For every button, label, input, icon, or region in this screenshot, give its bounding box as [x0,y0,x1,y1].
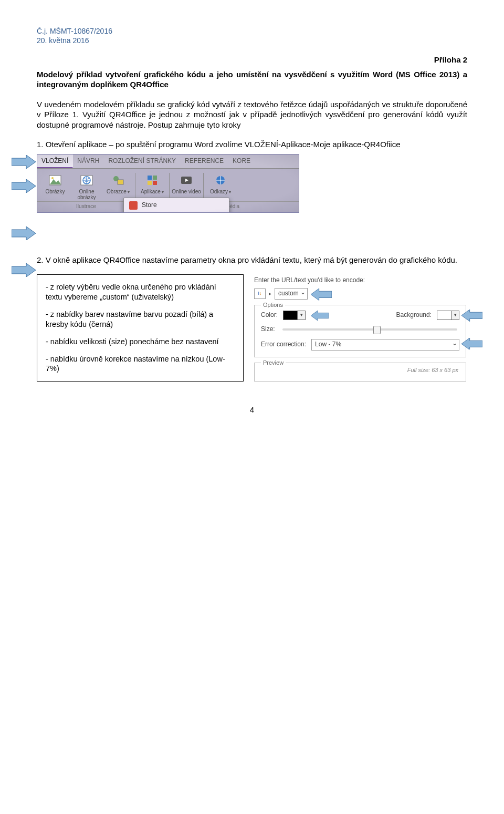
online-video-icon [179,173,194,188]
apps-dropdown: Store Moje aplikace ▸ Nedávno použité ap… [123,198,229,213]
shapes-icon [111,173,125,188]
btn-label: Obrazce▾ [107,189,130,195]
svg-marker-19 [311,311,329,321]
menu-label: Store [142,201,157,210]
callout-arrow-icon [461,310,482,320]
btn-label: Aplikace▾ [141,189,164,195]
lower-columns: - z rolety výběru vedle okna určeného pr… [37,274,467,388]
svg-point-6 [51,177,54,179]
chevron-down-icon: ▾ [452,311,459,320]
qr4office-panel: Enter the URL/text you'd like to encode:… [253,274,467,388]
size-row: Size: [261,325,459,334]
btn-online-video[interactable]: Online video [171,172,202,195]
svg-marker-2 [12,226,36,240]
svg-rect-10 [118,180,123,184]
svg-rect-12 [153,176,157,180]
tab-navrh[interactable]: NÁVRH [73,154,104,168]
tab-rozlozeni[interactable]: ROZLOŽENÍ STRÁNKY [104,154,181,168]
ribbon-tabs: VLOŽENÍ NÁVRH ROZLOŽENÍ STRÁNKY REFERENC… [37,154,299,169]
callout-arrow-icon [12,226,36,240]
error-row: Error correction: Low - 7% [261,339,459,351]
svg-marker-18 [311,288,332,301]
panel-prompt: Enter the URL/text you'd like to encode: [254,276,466,285]
menu-store[interactable]: Store [124,198,229,213]
btn-odkazy[interactable]: Odkazy▾ [205,172,236,196]
options-fieldset: Options Color: ▾ Background: ▾ Size: Err… [254,305,466,357]
doc-date: 20. května 2016 [37,36,467,45]
btn-label: Online obrázky [71,189,102,200]
btn-obrazce[interactable]: Obrazce▾ [102,172,134,196]
ribbon: VLOŽENÍ NÁVRH ROZLOŽENÍ STRÁNKY REFERENC… [37,154,299,213]
svg-rect-11 [148,176,152,180]
group-separator [203,173,204,200]
svg-marker-3 [12,263,36,277]
preview-fieldset: Preview Full size: 63 x 63 px [254,363,466,382]
callout-arrow-icon [12,155,36,169]
instr-3: - nabídku velikosti (size) ponecháme bez… [46,337,235,347]
callout-arrow-icon [311,311,329,320]
chevron-down-icon: ▾ [298,311,306,320]
group-separator [169,173,170,200]
page-number: 4 [37,405,467,415]
error-select[interactable]: Low - 7% [311,339,459,351]
attachment-label: Příloha 2 [37,55,467,65]
svg-marker-1 [12,179,36,193]
size-label: Size: [261,325,275,334]
tab-kore[interactable]: KORE [228,154,255,168]
btn-label: Odkazy▾ [210,189,231,195]
size-slider[interactable] [282,328,457,331]
callout-arrow-icon [12,179,36,193]
svg-marker-0 [12,155,36,169]
options-legend: Options [261,301,285,308]
select-value: custom [278,290,299,298]
svg-rect-14 [153,181,157,185]
instr-4: - nabídku úrovně korekce nastavíme na ní… [46,354,235,374]
doc-title: Modelový příklad vytvoření grafického kó… [37,69,467,90]
custom-select[interactable]: custom [275,288,308,300]
instr-2: - z nabídky barev nastavíme barvu pozadí… [46,310,235,329]
select-value: Low - 7% [315,341,341,349]
white-swatch [437,311,452,320]
background-picker[interactable]: ▾ [437,311,459,320]
store-icon [129,201,138,210]
btn-label: Online video [172,189,201,194]
btn-label: Obrázky [45,189,65,194]
btn-obrazky[interactable]: Obrázky [39,172,71,195]
slider-thumb[interactable] [373,326,381,334]
black-swatch [283,311,298,320]
color-picker[interactable]: ▾ [283,311,306,320]
word-ribbon-screenshot: VLOŽENÍ NÁVRH ROZLOŽENÍ STRÁNKY REFERENC… [37,154,299,213]
btn-online-obrazky[interactable]: Online obrázky [71,172,102,201]
group-separator [135,173,135,200]
tab-reference[interactable]: REFERENCE [181,154,228,168]
instr-1: - z rolety výběru vedle okna určeného pr… [46,282,235,302]
encode-row: I↓ ▸ custom [254,288,466,300]
callout-arrow-icon [12,263,36,277]
background-label: Background: [396,311,432,320]
online-pictures-icon [79,173,94,188]
svg-marker-20 [461,310,482,322]
callout-arrow-icon [461,338,482,348]
intro-paragraph: V uvedeném modelovém příkladu se grafick… [37,99,467,130]
svg-marker-21 [461,338,482,350]
step-1: 1. Otevření aplikace – po spuštění progr… [37,139,467,150]
apps-icon [145,173,160,188]
doc-header: Č.j. MŠMT-10867/2016 20. května 2016 [37,26,467,45]
btn-aplikace[interactable]: Aplikace▾ [136,172,168,196]
callout-arrow-icon [311,288,332,299]
instructions-box: - z rolety výběru vedle okna určeného pr… [37,274,244,382]
ribbon-buttons-row: Obrázky Online obrázky Obrazce▾ Aplikace… [37,169,299,201]
svg-rect-13 [148,181,152,185]
fullsize-label: Full size: 63 x 63 px [260,366,458,374]
pictures-icon [48,173,62,188]
error-label: Error correction: [261,341,306,349]
doc-ref: Č.j. MŠMT-10867/2016 [37,26,467,36]
color-row: Color: ▾ Background: ▾ [261,311,459,320]
chevron-right-icon: ▸ [269,290,271,297]
protocol-icon[interactable]: I↓ [254,288,266,299]
group-ilustrace: Ilustrace [37,202,135,212]
tab-vlozeni[interactable]: VLOŽENÍ [37,154,73,168]
links-icon [213,173,228,188]
preview-legend: Preview [261,359,286,366]
color-label: Color: [261,311,278,320]
